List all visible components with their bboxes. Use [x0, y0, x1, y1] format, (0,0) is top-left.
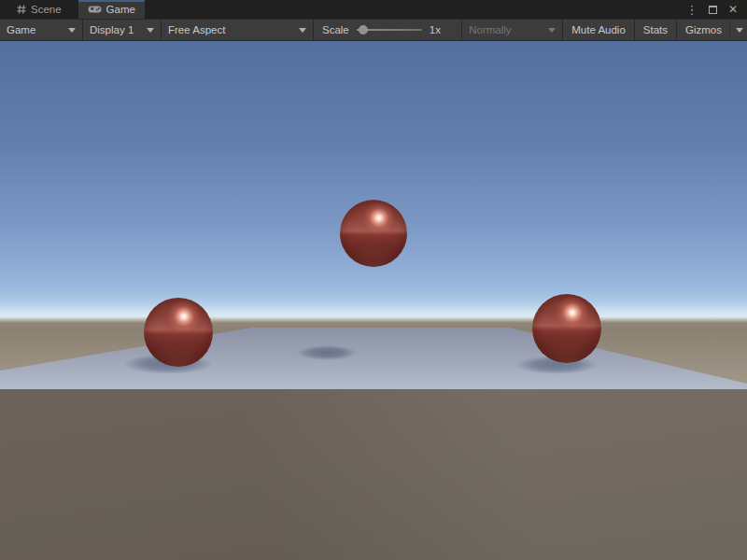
- game-view-toolbar: Game Display 1 Free Aspect Scale 1x Norm…: [0, 19, 747, 41]
- chevron-down-icon: [548, 28, 556, 33]
- maximize-icon[interactable]: [705, 2, 720, 17]
- foreground-ground: [0, 389, 747, 560]
- tab-game-label: Game: [106, 4, 135, 15]
- stats-button[interactable]: Stats: [635, 20, 677, 40]
- scale-value: 1x: [430, 24, 441, 35]
- scale-slider-thumb[interactable]: [359, 25, 368, 35]
- gizmos-dropdown[interactable]: Gizmos: [677, 20, 747, 40]
- aspect-ratio-label: Free Aspect: [168, 24, 291, 35]
- game-view-window: Scene Game ⋮ ✕ Game: [0, 0, 747, 560]
- tab-scene-label: Scene: [31, 4, 62, 15]
- mute-audio-button[interactable]: Mute Audio: [563, 20, 635, 40]
- chevron-down-icon: [736, 28, 743, 33]
- scale-control: Scale 1x: [314, 20, 447, 40]
- gizmos-label: Gizmos: [685, 24, 722, 35]
- stats-label: Stats: [643, 24, 668, 35]
- kebab-menu-icon[interactable]: ⋮: [684, 2, 699, 17]
- view-mode-label: Game: [7, 24, 61, 35]
- left-sphere: [144, 298, 213, 367]
- right-sphere: [532, 294, 601, 363]
- window-controls: ⋮ ✕: [684, 0, 747, 19]
- play-focus-label: Normally: [469, 24, 541, 35]
- play-focus-dropdown[interactable]: Normally: [461, 20, 563, 40]
- tab-bar: Scene Game ⋮ ✕: [0, 0, 747, 19]
- tabbar-spacer: [145, 0, 684, 19]
- scale-slider[interactable]: [357, 23, 422, 36]
- center-sphere: [340, 200, 407, 267]
- gamepad-icon: [88, 5, 102, 14]
- chevron-down-icon: [147, 28, 154, 33]
- chevron-down-icon: [299, 28, 306, 33]
- tab-game[interactable]: Game: [78, 0, 145, 19]
- mute-audio-label: Mute Audio: [571, 24, 626, 35]
- display-label: Display 1: [90, 24, 139, 35]
- tab-scene[interactable]: Scene: [7, 0, 71, 19]
- display-dropdown[interactable]: Display 1: [83, 20, 162, 40]
- scale-label: Scale: [322, 24, 349, 35]
- close-icon[interactable]: ✕: [726, 2, 740, 17]
- aspect-ratio-dropdown[interactable]: Free Aspect: [162, 20, 314, 40]
- view-mode-dropdown[interactable]: Game: [0, 20, 83, 40]
- chevron-down-icon: [68, 28, 76, 33]
- center-sphere-shadow: [297, 345, 357, 360]
- scene-grid-icon: [17, 5, 26, 14]
- game-render-viewport: [0, 41, 747, 560]
- gizmos-separator: [729, 20, 730, 40]
